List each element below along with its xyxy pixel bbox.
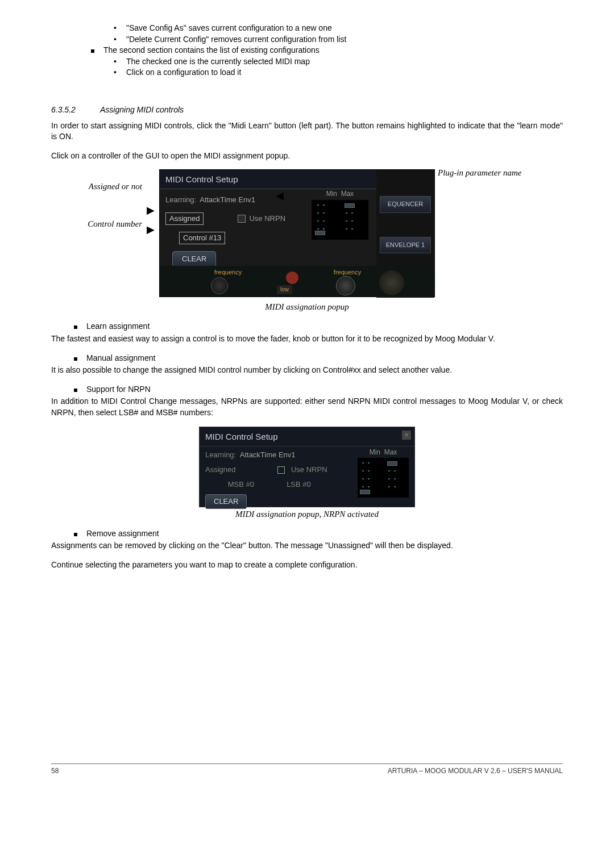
envelope-button[interactable]: ENVELOPE 1 (380, 237, 431, 253)
min-max-sliders[interactable] (358, 458, 409, 498)
section-heading: 6.3.5.2 Assigning MIDI controls (51, 105, 563, 116)
list-item: • "Save Config As" saves current configu… (114, 23, 563, 34)
bullet-text: "Delete Current Config" removes current … (126, 34, 563, 45)
msb-value[interactable]: MSB #0 (228, 480, 254, 489)
callout-plugin-param: Plug-in parameter name (438, 167, 534, 179)
doc-title: ARTURIA – MOOG MODULAR V 2.6 – USER'S MA… (388, 766, 563, 776)
subhead-learn: Learn assignment (74, 321, 563, 332)
control-number-selector[interactable]: Control #13 (179, 232, 225, 244)
subhead-manual: Manual assignment (74, 353, 563, 364)
parameter-name: AttackTime Env1 (200, 195, 255, 205)
figure-caption: MIDI assignation popup, NRPN activated (51, 508, 563, 520)
midi-control-setup-popup: MIDI Control Setup × Learning: AttackTim… (159, 169, 435, 297)
bullet-square-icon (91, 45, 103, 56)
figure-caption: MIDI assignation popup (51, 301, 563, 313)
close-icon[interactable]: × (402, 431, 411, 440)
subhead-remove: Remove assignment (74, 528, 563, 540)
clear-button[interactable]: CLEAR (172, 251, 216, 267)
subhead-text: Remove assignment (86, 528, 563, 540)
paragraph: Click on a controller of the GUI to open… (51, 151, 563, 162)
bullet-dot-icon: • (114, 67, 126, 78)
list-item: • Click on a configuration to load it (114, 67, 563, 78)
bullet-dot-icon: • (114, 56, 126, 68)
footer-rule (51, 763, 563, 764)
paragraph: Continue selecting the parameters you wa… (51, 560, 563, 571)
use-nrpn-label: Use NRPN (249, 214, 285, 224)
bullet-square-icon (74, 353, 86, 364)
callout-control-number: Control number (74, 218, 142, 230)
large-knob-icon[interactable] (379, 270, 404, 295)
knob-label: frequency (319, 266, 376, 277)
bullet-text: Click on a configuration to load it (126, 67, 563, 78)
subhead-text: Support for NRPN (86, 384, 563, 395)
use-nrpn-checkbox[interactable] (238, 215, 246, 223)
bullet-square-icon (74, 321, 86, 332)
list-item: The second section contains the list of … (91, 45, 563, 56)
page-number: 58 (51, 766, 59, 776)
section-title: Assigning MIDI controls (100, 105, 184, 116)
knob-label: frequency (182, 266, 273, 277)
figure-2: MIDI Control Setup × Learning: AttackTim… (51, 427, 563, 520)
list-item: • The checked one is the currently selec… (114, 56, 563, 68)
section-number: 6.3.5.2 (51, 105, 100, 116)
assigned-toggle[interactable]: Assigned (165, 212, 204, 225)
min-max-label: Min Max (358, 448, 409, 457)
page-footer: 58 ARTURIA – MOOG MODULAR V 2.6 – USER'S… (51, 766, 563, 776)
learning-label: Learning: (205, 450, 236, 459)
callout-assigned: Assigned or not (74, 181, 142, 193)
popup-title: MIDI Control Setup (200, 427, 414, 446)
bullet-square-icon (74, 528, 86, 540)
figure-1: Assigned or not Control number Plug-in p… (51, 169, 563, 313)
use-nrpn-label: Use NRPN (291, 465, 327, 474)
list-item: • "Delete Current Config" removes curren… (114, 34, 563, 45)
paragraph: In addition to MIDI Control Change messa… (51, 396, 563, 418)
subhead-text: Manual assignment (86, 353, 563, 364)
bullet-square-icon (74, 384, 86, 395)
subhead-nrpn: Support for NRPN (74, 384, 563, 395)
equencer-button[interactable]: EQUENCER (380, 196, 431, 212)
use-nrpn-checkbox[interactable] (277, 466, 285, 474)
low-label: low (277, 285, 292, 294)
top-bullets: • "Save Config As" saves current configu… (51, 23, 563, 78)
bullet-text: "Save Config As" saves current configura… (126, 23, 563, 34)
knob-icon[interactable] (336, 276, 355, 295)
paragraph: In order to start assigning MIDI control… (51, 120, 563, 143)
assigned-label: Assigned (205, 465, 235, 474)
parameter-name: AttackTime Env1 (240, 450, 296, 459)
arrow-icon: ▶ (147, 203, 155, 218)
bullet-text: The second section contains the list of … (103, 45, 563, 56)
paragraph: It is also possible to change the assign… (51, 365, 563, 376)
paragraph: Assignments can be removed by clicking o… (51, 540, 563, 552)
midi-control-setup-popup-nrpn: MIDI Control Setup × Learning: AttackTim… (199, 427, 415, 507)
clear-button[interactable]: CLEAR (205, 494, 247, 509)
arrow-icon: ▶ (147, 223, 155, 237)
knob-strip: frequency low frequency (160, 266, 434, 297)
arrow-icon: ▶ (276, 190, 284, 204)
bullet-dot-icon: • (114, 34, 126, 45)
lsb-value[interactable]: LSB #0 (287, 480, 311, 489)
bullet-text: The checked one is the currently selecte… (126, 56, 563, 68)
subhead-text: Learn assignment (86, 321, 563, 332)
min-max-sliders[interactable] (312, 200, 368, 240)
led-icon (286, 272, 298, 284)
bullet-dot-icon: • (114, 23, 126, 34)
min-max-label: Min Max (312, 189, 368, 199)
knob-icon[interactable] (211, 277, 228, 294)
paragraph: The fastest and easiest way to assign a … (51, 333, 563, 345)
learning-label: Learning: (165, 195, 196, 205)
